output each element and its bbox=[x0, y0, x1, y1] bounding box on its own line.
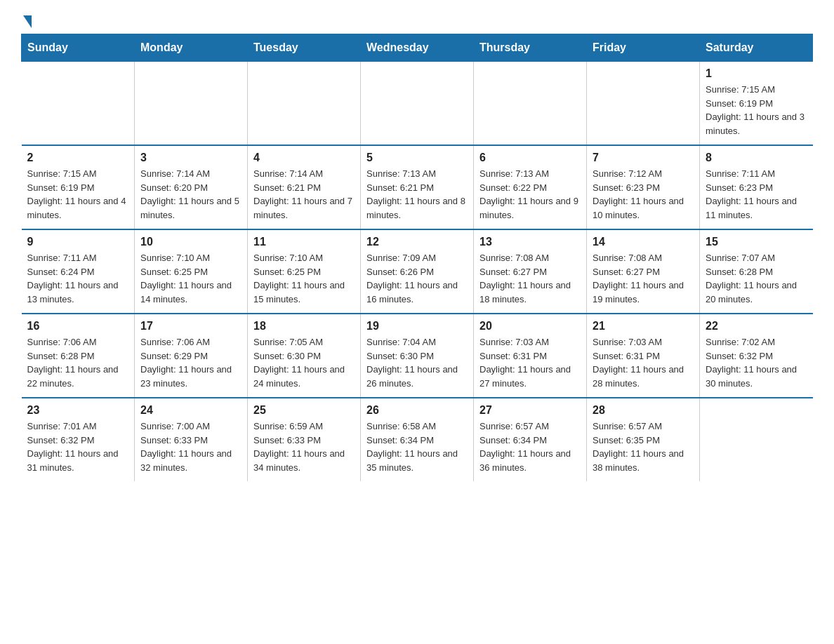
calendar-day-cell bbox=[248, 62, 361, 146]
day-info: Sunrise: 7:06 AMSunset: 6:29 PMDaylight:… bbox=[140, 335, 241, 390]
calendar-day-cell: 4Sunrise: 7:14 AMSunset: 6:21 PMDaylight… bbox=[248, 145, 361, 229]
day-info: Sunrise: 6:58 AMSunset: 6:34 PMDaylight:… bbox=[366, 420, 468, 474]
day-info: Sunrise: 7:01 AMSunset: 6:32 PMDaylight:… bbox=[27, 420, 129, 474]
day-of-week-header: Friday bbox=[587, 34, 700, 62]
day-info: Sunrise: 7:14 AMSunset: 6:21 PMDaylight:… bbox=[253, 167, 355, 222]
calendar-day-cell: 12Sunrise: 7:09 AMSunset: 6:26 PMDayligh… bbox=[361, 229, 474, 314]
day-number: 4 bbox=[253, 152, 355, 164]
calendar-week-row: 23Sunrise: 7:01 AMSunset: 6:32 PMDayligh… bbox=[22, 398, 813, 481]
day-number: 16 bbox=[27, 320, 129, 333]
day-info: Sunrise: 7:12 AMSunset: 6:23 PMDaylight:… bbox=[593, 167, 694, 222]
day-number: 7 bbox=[593, 152, 694, 164]
day-number: 8 bbox=[706, 152, 807, 164]
day-number: 3 bbox=[140, 152, 241, 164]
calendar-day-cell: 8Sunrise: 7:11 AMSunset: 6:23 PMDaylight… bbox=[700, 145, 813, 229]
day-info: Sunrise: 7:13 AMSunset: 6:22 PMDaylight:… bbox=[479, 167, 581, 222]
day-info: Sunrise: 7:05 AMSunset: 6:30 PMDaylight:… bbox=[253, 335, 355, 390]
day-number: 5 bbox=[366, 152, 468, 164]
day-number: 17 bbox=[140, 320, 241, 333]
day-number: 6 bbox=[479, 152, 581, 164]
calendar-day-cell: 23Sunrise: 7:01 AMSunset: 6:32 PMDayligh… bbox=[22, 398, 135, 481]
day-of-week-header: Thursday bbox=[474, 34, 587, 62]
day-info: Sunrise: 7:08 AMSunset: 6:27 PMDaylight:… bbox=[479, 251, 581, 306]
calendar-day-cell: 13Sunrise: 7:08 AMSunset: 6:27 PMDayligh… bbox=[474, 229, 587, 314]
calendar-day-cell: 5Sunrise: 7:13 AMSunset: 6:21 PMDaylight… bbox=[361, 145, 474, 229]
calendar-day-cell bbox=[587, 62, 700, 146]
day-number: 23 bbox=[27, 404, 129, 417]
calendar-day-cell: 17Sunrise: 7:06 AMSunset: 6:29 PMDayligh… bbox=[135, 314, 248, 398]
day-info: Sunrise: 7:14 AMSunset: 6:20 PMDaylight:… bbox=[140, 167, 241, 222]
day-number: 20 bbox=[479, 320, 581, 333]
day-number: 11 bbox=[253, 236, 355, 248]
calendar-day-cell: 6Sunrise: 7:13 AMSunset: 6:22 PMDaylight… bbox=[474, 145, 587, 229]
calendar-day-cell: 14Sunrise: 7:08 AMSunset: 6:27 PMDayligh… bbox=[587, 229, 700, 314]
day-number: 14 bbox=[593, 236, 694, 248]
day-info: Sunrise: 7:10 AMSunset: 6:25 PMDaylight:… bbox=[253, 251, 355, 306]
calendar-table: SundayMondayTuesdayWednesdayThursdayFrid… bbox=[21, 34, 813, 481]
calendar-day-cell: 9Sunrise: 7:11 AMSunset: 6:24 PMDaylight… bbox=[22, 229, 135, 314]
calendar-day-cell: 15Sunrise: 7:07 AMSunset: 6:28 PMDayligh… bbox=[700, 229, 813, 314]
calendar-day-cell: 18Sunrise: 7:05 AMSunset: 6:30 PMDayligh… bbox=[248, 314, 361, 398]
calendar-day-cell bbox=[474, 62, 587, 146]
day-number: 12 bbox=[366, 236, 468, 248]
day-of-week-header: Sunday bbox=[22, 34, 135, 62]
day-number: 2 bbox=[27, 152, 129, 164]
day-info: Sunrise: 7:03 AMSunset: 6:31 PMDaylight:… bbox=[593, 335, 694, 390]
days-of-week-row: SundayMondayTuesdayWednesdayThursdayFrid… bbox=[22, 34, 813, 62]
day-number: 15 bbox=[706, 236, 807, 248]
calendar-body: 1Sunrise: 7:15 AMSunset: 6:19 PMDaylight… bbox=[22, 62, 813, 482]
calendar-day-cell bbox=[22, 62, 135, 146]
day-number: 25 bbox=[253, 404, 355, 417]
day-info: Sunrise: 7:11 AMSunset: 6:24 PMDaylight:… bbox=[27, 251, 129, 306]
calendar-day-cell: 24Sunrise: 7:00 AMSunset: 6:33 PMDayligh… bbox=[135, 398, 248, 481]
calendar-day-cell bbox=[700, 398, 813, 481]
day-number: 1 bbox=[706, 67, 807, 80]
day-info: Sunrise: 7:06 AMSunset: 6:28 PMDaylight:… bbox=[27, 335, 129, 390]
calendar-week-row: 1Sunrise: 7:15 AMSunset: 6:19 PMDaylight… bbox=[22, 62, 813, 146]
calendar-day-cell: 20Sunrise: 7:03 AMSunset: 6:31 PMDayligh… bbox=[474, 314, 587, 398]
day-info: Sunrise: 6:57 AMSunset: 6:34 PMDaylight:… bbox=[479, 420, 581, 474]
calendar-day-cell: 25Sunrise: 6:59 AMSunset: 6:33 PMDayligh… bbox=[248, 398, 361, 481]
day-number: 21 bbox=[593, 320, 694, 333]
day-info: Sunrise: 7:09 AMSunset: 6:26 PMDaylight:… bbox=[366, 251, 468, 306]
day-number: 22 bbox=[706, 320, 807, 333]
day-info: Sunrise: 7:03 AMSunset: 6:31 PMDaylight:… bbox=[479, 335, 581, 390]
day-info: Sunrise: 7:02 AMSunset: 6:32 PMDaylight:… bbox=[706, 335, 807, 390]
calendar-header: SundayMondayTuesdayWednesdayThursdayFrid… bbox=[22, 34, 813, 62]
day-info: Sunrise: 7:13 AMSunset: 6:21 PMDaylight:… bbox=[366, 167, 468, 222]
day-of-week-header: Saturday bbox=[700, 34, 813, 62]
calendar-week-row: 16Sunrise: 7:06 AMSunset: 6:28 PMDayligh… bbox=[22, 314, 813, 398]
calendar-day-cell: 10Sunrise: 7:10 AMSunset: 6:25 PMDayligh… bbox=[135, 229, 248, 314]
calendar-day-cell: 26Sunrise: 6:58 AMSunset: 6:34 PMDayligh… bbox=[361, 398, 474, 481]
day-info: Sunrise: 7:07 AMSunset: 6:28 PMDaylight:… bbox=[706, 251, 807, 306]
calendar-day-cell: 1Sunrise: 7:15 AMSunset: 6:19 PMDaylight… bbox=[700, 62, 813, 146]
calendar-day-cell: 16Sunrise: 7:06 AMSunset: 6:28 PMDayligh… bbox=[22, 314, 135, 398]
day-info: Sunrise: 7:11 AMSunset: 6:23 PMDaylight:… bbox=[706, 167, 807, 222]
day-of-week-header: Monday bbox=[135, 34, 248, 62]
calendar-day-cell: 2Sunrise: 7:15 AMSunset: 6:19 PMDaylight… bbox=[22, 145, 135, 229]
day-number: 9 bbox=[27, 236, 129, 248]
day-number: 26 bbox=[366, 404, 468, 417]
logo bbox=[21, 14, 32, 27]
calendar-day-cell: 27Sunrise: 6:57 AMSunset: 6:34 PMDayligh… bbox=[474, 398, 587, 481]
calendar-day-cell: 7Sunrise: 7:12 AMSunset: 6:23 PMDaylight… bbox=[587, 145, 700, 229]
day-info: Sunrise: 7:15 AMSunset: 6:19 PMDaylight:… bbox=[706, 83, 807, 137]
day-info: Sunrise: 7:08 AMSunset: 6:27 PMDaylight:… bbox=[593, 251, 694, 306]
day-number: 10 bbox=[140, 236, 241, 248]
day-number: 19 bbox=[366, 320, 468, 333]
page-header bbox=[21, 14, 813, 27]
day-info: Sunrise: 7:15 AMSunset: 6:19 PMDaylight:… bbox=[27, 167, 129, 222]
calendar-day-cell: 22Sunrise: 7:02 AMSunset: 6:32 PMDayligh… bbox=[700, 314, 813, 398]
calendar-week-row: 9Sunrise: 7:11 AMSunset: 6:24 PMDaylight… bbox=[22, 229, 813, 314]
day-info: Sunrise: 7:00 AMSunset: 6:33 PMDaylight:… bbox=[140, 420, 241, 474]
calendar-day-cell: 19Sunrise: 7:04 AMSunset: 6:30 PMDayligh… bbox=[361, 314, 474, 398]
day-info: Sunrise: 6:57 AMSunset: 6:35 PMDaylight:… bbox=[593, 420, 694, 474]
logo-arrow-icon bbox=[23, 15, 32, 28]
day-info: Sunrise: 7:04 AMSunset: 6:30 PMDaylight:… bbox=[366, 335, 468, 390]
day-number: 24 bbox=[140, 404, 241, 417]
calendar-week-row: 2Sunrise: 7:15 AMSunset: 6:19 PMDaylight… bbox=[22, 145, 813, 229]
day-number: 18 bbox=[253, 320, 355, 333]
day-info: Sunrise: 7:10 AMSunset: 6:25 PMDaylight:… bbox=[140, 251, 241, 306]
day-of-week-header: Wednesday bbox=[361, 34, 474, 62]
logo-top bbox=[21, 14, 32, 28]
